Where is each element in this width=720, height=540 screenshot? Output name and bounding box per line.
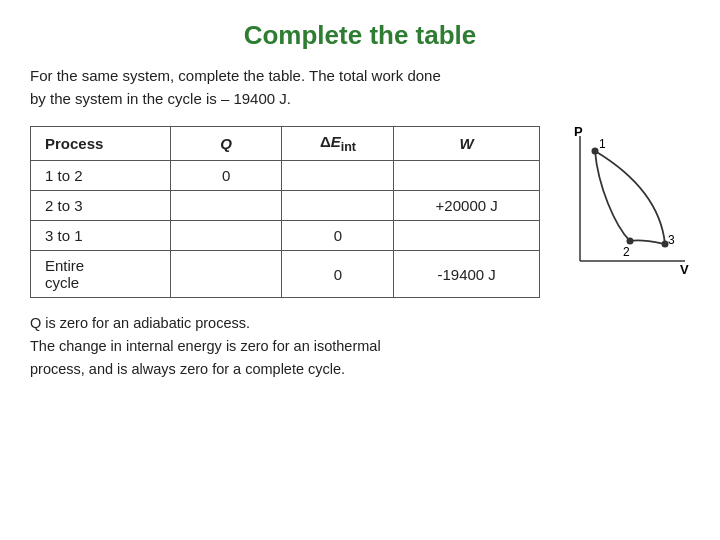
col-header-deltaE: ΔEint	[282, 127, 394, 161]
svg-text:2: 2	[623, 245, 630, 259]
process-cell: Entirecycle	[31, 251, 171, 298]
table-row: 3 to 1 0	[31, 221, 540, 251]
svg-text:V: V	[680, 262, 689, 277]
process-cell: 1 to 2	[31, 161, 171, 191]
svg-text:P: P	[574, 126, 583, 139]
w-cell	[394, 221, 540, 251]
q-cell: 0	[170, 161, 282, 191]
process-cell: 3 to 1	[31, 221, 171, 251]
deltaE-cell	[282, 161, 394, 191]
w-cell	[394, 161, 540, 191]
svg-point-5	[627, 238, 634, 245]
intro-line1: For the same system, complete the table.…	[30, 67, 441, 84]
q-cell	[170, 221, 282, 251]
col-header-q: Q	[170, 127, 282, 161]
pv-diagram: P V 1 2 3	[560, 126, 690, 284]
deltaE-cell: 0	[282, 221, 394, 251]
content-area: Process Q ΔEint W 1 to 2 0 2 to 3	[30, 126, 690, 298]
footer-line-3: process, and is always zero for a comple…	[30, 358, 690, 381]
q-cell	[170, 191, 282, 221]
col-header-w: W	[394, 127, 540, 161]
table-row: 2 to 3 +20000 J	[31, 191, 540, 221]
table-row: 1 to 2 0	[31, 161, 540, 191]
pv-diagram-svg: P V 1 2 3	[560, 126, 690, 281]
page: Complete the table For the same system, …	[0, 0, 720, 540]
intro-line2: by the system in the cycle is – 19400 J.	[30, 90, 291, 107]
q-cell	[170, 251, 282, 298]
w-cell: -19400 J	[394, 251, 540, 298]
footer-notes: Q is zero for an adiabatic process. The …	[30, 312, 690, 382]
intro-text: For the same system, complete the table.…	[30, 65, 690, 110]
w-cell: +20000 J	[394, 191, 540, 221]
svg-text:3: 3	[668, 233, 675, 247]
page-title: Complete the table	[30, 20, 690, 51]
process-cell: 2 to 3	[31, 191, 171, 221]
col-header-process: Process	[31, 127, 171, 161]
table-row: Entirecycle 0 -19400 J	[31, 251, 540, 298]
deltaE-cell	[282, 191, 394, 221]
footer-line-2: The change in internal energy is zero fo…	[30, 335, 690, 358]
deltaE-cell: 0	[282, 251, 394, 298]
data-table: Process Q ΔEint W 1 to 2 0 2 to 3	[30, 126, 540, 298]
table-section: Process Q ΔEint W 1 to 2 0 2 to 3	[30, 126, 540, 298]
svg-point-4	[592, 148, 599, 155]
svg-text:1: 1	[599, 137, 606, 151]
footer-line-1: Q is zero for an adiabatic process.	[30, 312, 690, 335]
